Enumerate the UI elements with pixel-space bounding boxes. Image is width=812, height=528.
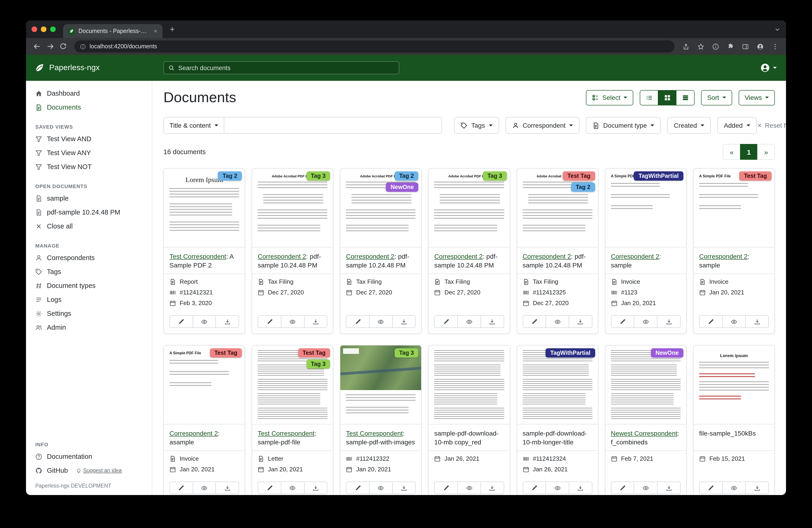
correspondent-link[interactable]: Correspondent 2 <box>170 430 218 437</box>
correspondent-link[interactable]: Test Correspondent <box>170 253 226 260</box>
tab-close-icon[interactable] <box>153 29 158 33</box>
filter-created-button[interactable]: Created <box>667 117 711 134</box>
view-button[interactable] <box>281 482 304 494</box>
correspondent-link[interactable]: Newest Correspondent <box>611 430 677 437</box>
sidebar-item-tags[interactable]: Tags <box>26 265 152 279</box>
edit-button[interactable] <box>434 315 458 328</box>
download-button[interactable] <box>745 315 769 328</box>
tag-badge[interactable]: TagWithPartial <box>634 171 683 181</box>
document-thumbnail[interactable]: Lorem ipsum <box>694 345 774 425</box>
prev-page-button[interactable]: « <box>723 144 740 160</box>
document-thumbnail[interactable]: A Simple PDF FileTest Tag <box>694 169 774 247</box>
tag-badge[interactable]: Test Tag <box>739 171 772 181</box>
download-button[interactable] <box>304 315 327 328</box>
correspondent-link[interactable]: Test Correspondent <box>258 430 314 437</box>
edit-button[interactable] <box>258 315 281 328</box>
filter-query-input[interactable] <box>224 117 442 134</box>
view-button[interactable] <box>634 482 657 494</box>
display-mode-details-button[interactable] <box>640 90 658 105</box>
download-button[interactable] <box>216 315 239 328</box>
select-button[interactable]: Select <box>586 90 634 105</box>
sidebar-item-document-types[interactable]: Document types <box>26 279 152 292</box>
tag-badge[interactable]: Tag 3 <box>394 348 418 358</box>
edit-button[interactable] <box>434 482 458 494</box>
filter-correspondent-button[interactable]: Correspondent <box>505 117 579 134</box>
tag-badge[interactable]: Tag 3 <box>483 171 507 181</box>
sidebar-item-documentation[interactable]: Documentation <box>26 449 152 463</box>
tag-badge[interactable]: NewOne <box>651 348 683 358</box>
document-thumbnail[interactable]: Lorem IpsumTag 2 <box>164 169 245 247</box>
sidebar-item-close-all[interactable]: Close all <box>26 219 152 233</box>
view-button[interactable] <box>369 482 393 494</box>
display-mode-small-cards-button[interactable] <box>658 90 677 105</box>
filter-tags-button[interactable]: Tags <box>454 117 499 134</box>
tag-badge[interactable]: Tag 2 <box>394 171 418 181</box>
document-thumbnail[interactable]: A Simple PDF FileTagWithPartial <box>605 169 686 247</box>
sort-button[interactable]: Sort <box>701 90 732 105</box>
app-brand[interactable]: Paperless-ngx <box>26 63 152 73</box>
edit-button[interactable] <box>258 482 281 494</box>
suggest-an-idea-link[interactable]: Suggest an idea <box>76 468 122 473</box>
sidebar-item-test-view-not[interactable]: Test View NOT <box>26 160 152 174</box>
view-button[interactable] <box>546 315 569 328</box>
sidebar-item-logs[interactable]: Logs <box>26 292 152 306</box>
search-input[interactable] <box>178 64 394 71</box>
views-button[interactable]: Views <box>739 90 775 105</box>
view-button[interactable] <box>722 315 745 328</box>
correspondent-link[interactable]: Correspondent 2 <box>346 253 395 260</box>
sidebar-item-admin[interactable]: Admin <box>26 320 152 334</box>
side-panel-icon[interactable] <box>739 40 752 53</box>
tag-badge[interactable]: Tag 2 <box>218 171 242 181</box>
download-button[interactable] <box>392 482 416 494</box>
tag-badge[interactable]: NewOne <box>386 183 419 192</box>
edit-button[interactable] <box>170 315 193 328</box>
sidebar-item-pdf-sample-10-24-48-pm[interactable]: pdf-sample 10.24.48 PM <box>26 205 152 219</box>
minimize-window-button[interactable] <box>41 27 46 32</box>
extensions-icon[interactable] <box>724 40 737 53</box>
sidebar-item-sample[interactable]: sample <box>26 191 152 205</box>
view-button[interactable] <box>546 482 569 494</box>
edit-button[interactable] <box>170 482 193 494</box>
correspondent-link[interactable]: Correspondent 2 <box>523 253 571 260</box>
page-1-button[interactable]: 1 <box>740 144 758 160</box>
edit-button[interactable] <box>611 482 634 494</box>
download-button[interactable] <box>745 482 769 494</box>
reset-filters-button[interactable]: Reset filters <box>756 122 786 129</box>
edit-button[interactable] <box>523 482 546 494</box>
download-button[interactable] <box>480 315 504 328</box>
document-thumbnail[interactable]: NewOne <box>605 345 686 425</box>
sidebar-item-correspondents[interactable]: Correspondents <box>26 251 152 265</box>
profile-avatar[interactable] <box>754 40 767 53</box>
sidebar-item-test-view-and[interactable]: Test View AND <box>26 132 152 146</box>
edit-button[interactable] <box>346 315 369 328</box>
view-button[interactable] <box>369 315 393 328</box>
new-tab-button[interactable] <box>169 26 175 32</box>
document-thumbnail[interactable]: Adobe Acrobat PDF FilesTest TagTag 2 <box>517 169 598 247</box>
edit-button[interactable] <box>523 315 546 328</box>
tag-badge[interactable]: Tag 2 <box>571 183 595 192</box>
download-button[interactable] <box>569 482 592 494</box>
document-thumbnail[interactable]: TagWithPartial <box>517 345 598 425</box>
view-button[interactable] <box>634 315 657 328</box>
view-button[interactable] <box>457 315 481 328</box>
edit-button[interactable] <box>699 482 723 494</box>
edit-button[interactable] <box>699 315 723 328</box>
tag-badge[interactable]: Test Tag <box>563 171 595 181</box>
sidebar-item-settings[interactable]: Settings <box>26 306 152 320</box>
sidebar-item-documents[interactable]: Documents <box>26 100 152 114</box>
download-button[interactable] <box>569 315 592 328</box>
reading-list-icon[interactable] <box>709 40 722 53</box>
filter-document-type-button[interactable]: Document type <box>586 117 661 134</box>
document-thumbnail[interactable]: Test TagTag 3 <box>252 345 333 425</box>
close-window-button[interactable] <box>32 27 37 32</box>
download-button[interactable] <box>657 482 680 494</box>
correspondent-link[interactable]: Correspondent 2 <box>434 253 483 260</box>
sidebar-item-dashboard[interactable]: Dashboard <box>26 86 152 100</box>
forward-button[interactable] <box>44 40 57 53</box>
address-bar[interactable]: localhost:4200/documents <box>74 40 675 53</box>
browser-tab[interactable]: Documents - Paperless-ngx <box>63 24 162 38</box>
download-button[interactable] <box>657 315 680 328</box>
document-thumbnail[interactable]: Adobe Acrobat PDF FilesTag 2NewOne <box>340 169 421 247</box>
view-button[interactable] <box>281 315 304 328</box>
tag-badge[interactable]: Test Tag <box>298 348 330 358</box>
